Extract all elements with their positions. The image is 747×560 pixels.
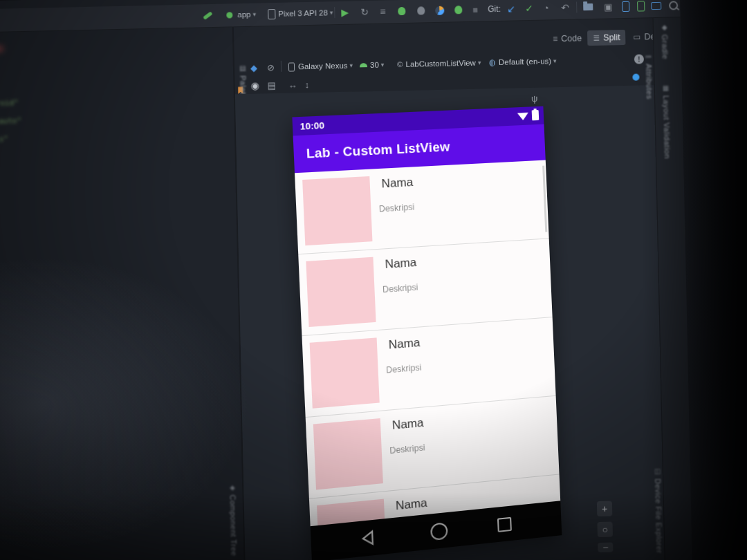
item-description: Deskripsi — [382, 282, 418, 295]
device-in-editor-selector[interactable]: Galaxy Nexus▾ — [288, 59, 353, 74]
item-description: Deskripsi — [389, 442, 425, 456]
sync-status-dot — [632, 71, 639, 84]
git-label: Git: — [488, 3, 501, 15]
orientation-v-icon[interactable]: ↕ — [304, 77, 309, 91]
item-name: Nama — [391, 416, 423, 432]
item-thumbnail — [310, 337, 380, 408]
gradle-tool-tab[interactable]: ◆ Gradle — [661, 24, 670, 59]
list-item[interactable]: Nama Deskripsi — [295, 160, 549, 255]
chevron-down-icon: ▾ — [553, 57, 557, 64]
split-icon: ≣ — [593, 33, 600, 43]
layout-validation-tool-tab[interactable]: ▦ Layout Validation — [662, 84, 672, 159]
component-tree-tool-tab[interactable]: ◈ Component Tree — [228, 483, 238, 556]
device-manager-icon[interactable] — [622, 0, 629, 12]
nav-back-icon[interactable] — [360, 529, 376, 548]
zoom-fit-button[interactable]: ○ — [597, 522, 612, 537]
profiler-icon[interactable] — [435, 4, 444, 17]
tab-split[interactable]: ≣Split — [587, 30, 626, 46]
git-update-icon[interactable]: ↙ — [507, 2, 515, 15]
screen-bezel — [680, 0, 747, 560]
tab-code[interactable]: ≡Code — [547, 30, 587, 46]
apply-changes-icon[interactable]: ↻ — [360, 6, 369, 18]
attach-debugger-icon[interactable] — [417, 4, 425, 17]
item-description: Deskripsi — [379, 202, 415, 214]
toolbar-separator — [281, 61, 282, 72]
nav-recents-icon[interactable] — [497, 517, 512, 532]
chevron-down-icon: ▾ — [349, 62, 353, 69]
chevron-down-icon: ▾ — [478, 59, 481, 66]
xml-code-line: droid.com/apk/res-auto" — [0, 116, 21, 127]
activity-icon: © — [397, 60, 403, 68]
locale-selector[interactable]: ◍Default (en-us)▾ — [489, 54, 557, 69]
item-name: Nama — [388, 336, 420, 352]
code-editor-pane[interactable]: s.android.com/apk/res/android" droid.com… — [0, 27, 244, 560]
git-commit-icon[interactable]: ✓ — [525, 2, 533, 15]
rerun-debug-icon[interactable] — [454, 3, 462, 16]
item-name: Nama — [385, 256, 416, 271]
stop-icon[interactable]: ■ — [472, 3, 478, 16]
item-name: Nama — [396, 496, 427, 512]
status-time: 10:00 — [299, 120, 324, 131]
run-config-selector[interactable]: app▾ — [237, 8, 256, 21]
app-bar-title: Lab - Custom ListView — [306, 140, 450, 162]
gradle-icon: ◆ — [662, 24, 667, 31]
screenshot-photo: app▾ Pixel 3 API 28▾ ▶ ↻ ≡ ■ Git: ↙ ✓ ◔ … — [0, 0, 747, 560]
project-folder-icon[interactable] — [583, 1, 593, 13]
blueprint-list-icon[interactable]: ▤ — [267, 78, 276, 92]
chevron-down-icon: ▾ — [252, 11, 256, 18]
chevron-down-icon: ▾ — [381, 62, 385, 68]
android-studio-window: app▾ Pixel 3 API 28▾ ▶ ↻ ≡ ■ Git: ↙ ✓ ◔ … — [0, 0, 747, 560]
design-icon: ▭ — [633, 32, 641, 41]
device-selector[interactable]: Pixel 3 API 28▾ — [268, 6, 333, 20]
toolbar-separator — [334, 7, 335, 18]
terminal-icon[interactable]: ▣ — [604, 0, 613, 12]
item-description: Deskripsi — [386, 362, 422, 375]
avd-phone-icon[interactable] — [637, 0, 645, 12]
phone-list[interactable]: Nama Deskripsi Nama Deskripsi Nama Deskr… — [295, 160, 560, 527]
component-tree-icon: ◈ — [230, 483, 235, 491]
search-icon[interactable] — [669, 0, 678, 12]
paint-off-icon[interactable]: ⊘ — [267, 60, 275, 74]
orientation-h-icon[interactable]: ↔ — [288, 77, 297, 91]
sdk-manager-icon[interactable] — [652, 0, 660, 12]
battery-icon — [532, 110, 540, 120]
design-surface-icon[interactable]: ◆ — [250, 61, 257, 75]
run-icon[interactable]: ▶ — [341, 6, 349, 19]
nav-home-icon[interactable] — [430, 522, 448, 541]
render-wrench-icon: ψ — [531, 93, 538, 104]
build-hammer-icon[interactable] — [203, 9, 212, 21]
globe-icon: ◍ — [489, 57, 496, 67]
apply-code-changes-icon[interactable]: ≡ — [380, 6, 386, 18]
layout-selector[interactable]: ©LabCustomListView▾ — [397, 56, 481, 72]
view-options-icon[interactable]: ◉ — [250, 79, 259, 93]
history-clock-icon[interactable]: ◔ — [543, 1, 549, 14]
api-level-selector[interactable]: 30▾ — [360, 58, 385, 73]
item-thumbnail — [306, 257, 376, 327]
run-config-status-icon — [226, 8, 232, 21]
layout-validation-icon: ▦ — [663, 84, 670, 92]
zoom-in-button[interactable]: + — [597, 501, 612, 516]
device-file-explorer-icon: ◫ — [654, 467, 661, 475]
android-icon — [360, 63, 367, 67]
attributes-icon: ≔ — [645, 53, 652, 60]
debug-icon[interactable] — [398, 5, 405, 17]
wifi-icon — [517, 111, 529, 121]
device-file-explorer-tool-tab[interactable]: ◫ Device File Explorer — [654, 467, 664, 554]
attributes-tool-tab[interactable]: ≔ Attributes — [645, 53, 654, 100]
editor-error-marker — [0, 46, 3, 53]
render-issues-badge[interactable]: ! — [634, 52, 644, 66]
palette-icon: ▤ — [239, 64, 246, 72]
toolbar-separator — [576, 1, 577, 12]
chevron-down-icon: ▾ — [330, 9, 333, 16]
item-name: Nama — [381, 176, 414, 191]
phone-preview[interactable]: 10:00 Lab - Custom ListView Nama Deskrip… — [292, 106, 562, 560]
xml-code-line: oid.com/tools" — [0, 134, 8, 144]
item-thumbnail — [313, 418, 383, 489]
xml-code-line: s.android.com/apk/res/android" — [0, 98, 19, 110]
code-icon: ≡ — [553, 34, 557, 44]
item-thumbnail — [302, 176, 372, 245]
zoom-out-button[interactable]: − — [598, 543, 613, 552]
rollback-icon[interactable]: ↶ — [561, 1, 569, 14]
